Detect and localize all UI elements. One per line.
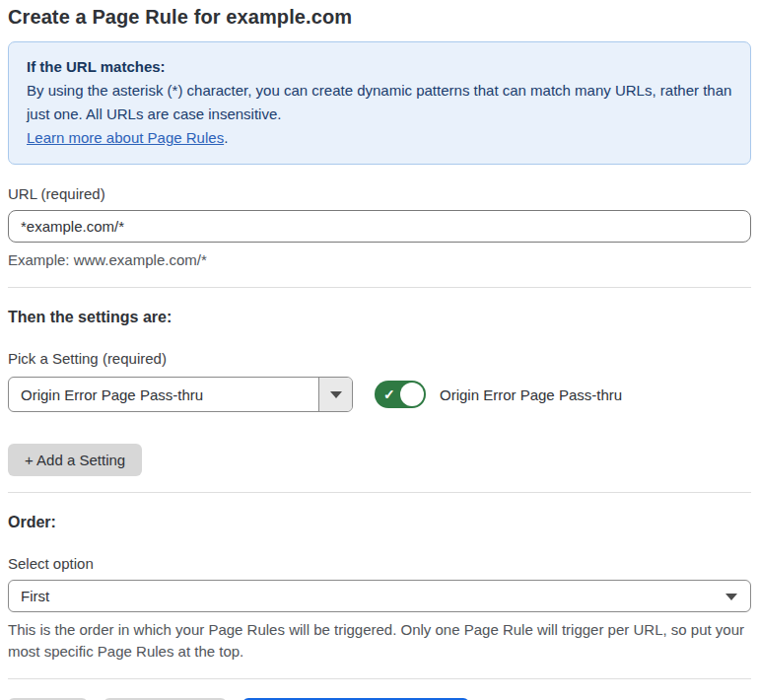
setting-picker-label: Pick a Setting (required) xyxy=(8,350,751,367)
setting-picker-dropdown[interactable]: Origin Error Page Pass-thru xyxy=(8,377,353,412)
settings-heading: Then the settings are: xyxy=(8,309,751,326)
order-select[interactable]: First xyxy=(8,580,751,612)
url-helper: Example: www.example.com/* xyxy=(8,249,751,271)
setting-toggle[interactable]: ✓ xyxy=(375,381,426,408)
link-suffix: . xyxy=(224,129,228,146)
url-section: URL (required) Example: www.example.com/… xyxy=(8,185,751,271)
add-setting-wrap: + Add a Setting xyxy=(8,444,751,476)
check-icon: ✓ xyxy=(383,387,395,401)
dropdown-arrow-button[interactable] xyxy=(318,378,352,411)
page-title: Create a Page Rule for example.com xyxy=(8,6,751,29)
setting-picker-value: Origin Error Page Pass-thru xyxy=(9,378,318,411)
order-select-label: Select option xyxy=(8,555,751,572)
learn-more-link[interactable]: Learn more about Page Rules xyxy=(27,129,224,146)
url-label: URL (required) xyxy=(8,185,751,202)
divider xyxy=(8,287,751,288)
add-setting-button[interactable]: + Add a Setting xyxy=(8,444,142,476)
order-select-value: First xyxy=(21,588,49,604)
setting-toggle-label: Origin Error Page Pass-thru xyxy=(440,386,622,403)
setting-toggle-group: ✓ Origin Error Page Pass-thru xyxy=(375,381,622,408)
settings-row: Origin Error Page Pass-thru ✓ Origin Err… xyxy=(8,377,751,412)
order-heading: Order: xyxy=(8,514,751,531)
divider xyxy=(8,492,751,493)
callout-body: By using the asterisk (*) character, you… xyxy=(27,79,732,126)
divider xyxy=(8,678,751,679)
callout-link-line: Learn more about Page Rules. xyxy=(27,126,732,150)
chevron-down-icon xyxy=(330,391,342,398)
toggle-knob xyxy=(400,383,424,406)
chevron-down-icon xyxy=(725,594,737,600)
callout-heading: If the URL matches: xyxy=(27,55,732,79)
url-input[interactable] xyxy=(8,210,751,243)
order-helper: This is the order in which your Page Rul… xyxy=(8,619,751,663)
url-match-callout: If the URL matches: By using the asteris… xyxy=(8,41,751,165)
